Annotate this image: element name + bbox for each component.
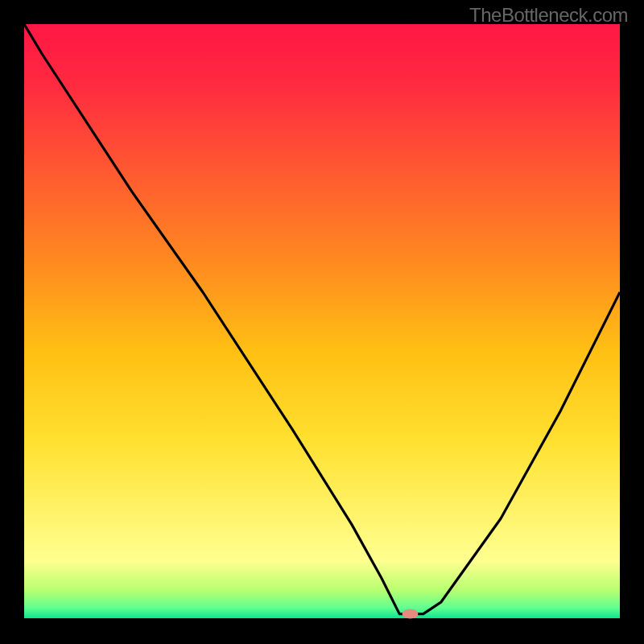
plot-area — [24, 24, 620, 620]
chart-container: TheBottleneck.com — [0, 0, 644, 644]
gradient-background — [24, 24, 620, 620]
optimal-marker — [402, 609, 419, 619]
chart-svg — [24, 24, 620, 620]
watermark-text: TheBottleneck.com — [469, 4, 628, 27]
